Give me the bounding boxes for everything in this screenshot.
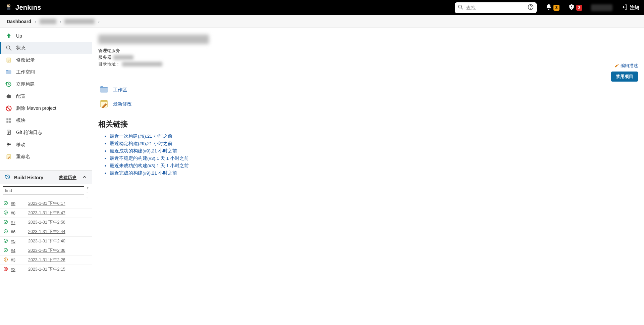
notification-badge: 3	[553, 5, 559, 11]
build-history-row[interactable]: #32023-1-31 下午2:26	[0, 255, 92, 265]
build-history-row[interactable]: #52023-1-31 下午2:40	[0, 236, 92, 246]
build-history-row[interactable]: #22023-1-31 下午2:15	[0, 265, 92, 274]
svg-rect-21	[9, 118, 11, 120]
perm-link[interactable]: 最近未成功的构建(#3),1 天 1 小时之前	[110, 163, 638, 169]
build-timestamp[interactable]: 2023-1-31 下午6:17	[22, 201, 65, 206]
sidebar-item-label: 重命名	[16, 154, 30, 160]
perm-link[interactable]: 最近一次构建(#9),21 小时之前	[110, 133, 638, 139]
logout-button[interactable]: 注销	[621, 4, 639, 11]
sidebar-item-module[interactable]: 模块	[0, 114, 92, 127]
disable-project-button[interactable]: 禁用项目	[611, 72, 638, 82]
build-status-icon	[3, 238, 8, 244]
search-input[interactable]	[464, 5, 527, 10]
build-history-row[interactable]: #82023-1-31 下午5:47	[0, 208, 92, 218]
folder-icon	[5, 69, 12, 76]
build-timestamp[interactable]: 2023-1-31 下午2:15	[22, 267, 65, 272]
workspace-link[interactable]: 工作区	[113, 87, 127, 93]
notification-button[interactable]: 3	[545, 4, 559, 11]
up-icon	[5, 33, 12, 39]
svg-point-33	[4, 230, 8, 233]
build-history-row[interactable]: #72023-1-31 下午2:56	[0, 218, 92, 227]
build-id[interactable]: #2	[11, 267, 19, 272]
sidebar-item-poll[interactable]: Git 轮询日志	[0, 127, 92, 139]
breadcrumb-sep: ›	[35, 19, 36, 24]
build-history-list: #92023-1-31 下午6:17#82023-1-31 下午5:47#720…	[0, 199, 92, 274]
build-id[interactable]: #9	[11, 201, 19, 206]
build-id[interactable]: #4	[11, 248, 19, 253]
build-timestamp[interactable]: 2023-1-31 下午2:44	[22, 229, 65, 235]
user-menu[interactable]	[591, 4, 612, 11]
build-trend-link[interactable]: 构建历史	[59, 175, 76, 181]
sidebar-item-up[interactable]: Up	[0, 30, 92, 42]
perm-link[interactable]: 最近稳定构建(#9),21 小时之前	[110, 141, 638, 147]
breadcrumb-dashboard[interactable]: Dashboard	[7, 19, 31, 24]
scroll-up-icon[interactable]: ↑	[86, 191, 89, 194]
sidebar-item-move[interactable]: 移动	[0, 139, 92, 151]
build-timestamp[interactable]: 2023-1-31 下午5:47	[22, 210, 65, 216]
search-box[interactable]	[455, 2, 537, 13]
svg-point-38	[5, 260, 6, 261]
sidebar: Up状态修改记录工作空间立即构建配置删除 Maven project模块Git …	[0, 28, 92, 325]
svg-point-30	[4, 201, 8, 205]
sidebar-item-label: 移动	[16, 142, 25, 148]
build-timestamp[interactable]: 2023-1-31 下午2:36	[22, 248, 65, 253]
perm-link[interactable]: 最近成功的构建(#9),21 小时之前	[110, 148, 638, 154]
build-id[interactable]: #3	[11, 258, 19, 263]
latest-changes-link[interactable]: 最新修改	[113, 101, 132, 107]
scroll-top-icon[interactable]: ⤒	[86, 186, 89, 190]
build-timestamp[interactable]: 2023-1-31 下午2:56	[22, 220, 65, 225]
svg-point-3	[9, 5, 10, 6]
sidebar-item-label: 配置	[16, 93, 25, 99]
sidebar-item-build[interactable]: 立即构建	[0, 78, 92, 90]
build-status-icon	[3, 201, 8, 206]
sidebar-item-gear[interactable]: 配置	[0, 90, 92, 102]
sidebar-item-changelog[interactable]: 修改记录	[0, 54, 92, 66]
scroll-down-icon[interactable]: ↓	[86, 195, 89, 199]
sidebar-item-folder[interactable]: 工作空间	[0, 66, 92, 78]
help-icon[interactable]	[527, 4, 534, 11]
build-history-header: Build History 构建历史	[0, 170, 92, 184]
build-id[interactable]: #7	[11, 220, 19, 225]
build-history-row[interactable]: #92023-1-31 下午6:17	[0, 199, 92, 208]
build-history-row[interactable]: #42023-1-31 下午2:36	[0, 246, 92, 255]
svg-rect-20	[6, 118, 8, 120]
project-description: 管理端服务 服务器 目录地址：	[98, 47, 638, 67]
breadcrumb-item-redacted[interactable]	[64, 19, 95, 24]
module-icon	[5, 117, 12, 124]
breadcrumb-item-redacted[interactable]	[40, 19, 56, 24]
build-history-title: Build History	[14, 175, 43, 180]
sidebar-item-rename[interactable]: 重命名	[0, 151, 92, 163]
chevron-up-icon[interactable]	[80, 174, 87, 181]
jenkins-logo-icon	[5, 3, 13, 12]
build-history-filter-input[interactable]	[3, 186, 84, 194]
security-button[interactable]: 2	[568, 4, 582, 11]
build-timestamp[interactable]: 2023-1-31 下午2:40	[22, 238, 65, 244]
jenkins-logo[interactable]: Jenkins	[5, 3, 41, 12]
build-id[interactable]: #5	[11, 239, 19, 244]
pencil-icon	[614, 63, 619, 69]
changelog-icon	[5, 57, 12, 63]
build-history-row[interactable]: #62023-1-31 下午2:44	[0, 227, 92, 236]
related-links-heading: 相关链接	[98, 119, 638, 129]
build-icon	[5, 81, 12, 88]
edit-description-link[interactable]: 编辑描述	[614, 63, 638, 69]
perm-link[interactable]: 最近完成的构建(#9),21 小时之前	[110, 170, 638, 176]
sidebar-item-label: 工作空间	[16, 69, 35, 75]
build-id[interactable]: #6	[11, 230, 19, 234]
svg-line-5	[461, 8, 463, 9]
perm-links-list: 最近一次构建(#9),21 小时之前最近稳定构建(#9),21 小时之前最近成功…	[98, 133, 638, 176]
build-timestamp[interactable]: 2023-1-31 下午2:26	[22, 257, 65, 263]
svg-point-7	[530, 8, 531, 9]
desc-line3-value-redacted	[122, 62, 162, 66]
sidebar-item-label: 模块	[16, 118, 25, 124]
desc-line3-label: 目录地址：	[98, 61, 120, 67]
svg-point-35	[4, 248, 8, 252]
perm-link[interactable]: 最近不稳定的构建(#3),1 天 1 小时之前	[110, 155, 638, 161]
sidebar-item-search[interactable]: 状态	[0, 42, 92, 54]
svg-point-4	[459, 5, 462, 8]
sidebar-item-label: 删除 Maven project	[16, 105, 56, 111]
svg-point-11	[6, 46, 10, 49]
sidebar-item-delete[interactable]: 删除 Maven project	[0, 102, 92, 114]
build-id[interactable]: #8	[11, 211, 19, 216]
svg-rect-23	[9, 121, 11, 123]
